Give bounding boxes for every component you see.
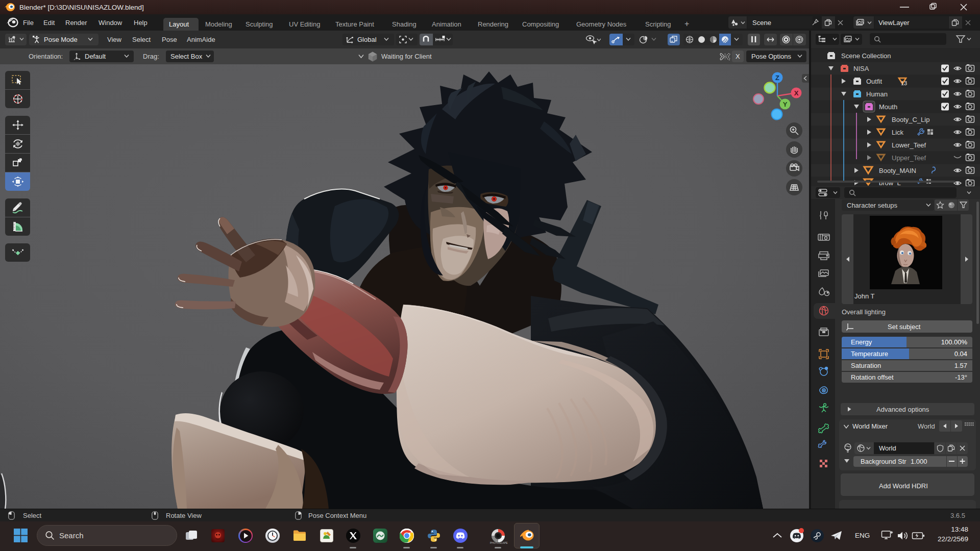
svg-text:Lick: Lick — [892, 129, 904, 136]
svg-text:Scene Collection: Scene Collection — [841, 52, 891, 60]
svg-text:Human: Human — [866, 90, 888, 98]
svg-text:13: 13 — [901, 80, 907, 86]
svg-text:Mouth: Mouth — [879, 103, 897, 111]
svg-text:NISA: NISA — [853, 65, 869, 72]
svg-text:Booty_C_Lip: Booty_C_Lip — [892, 116, 929, 123]
svg-text:Booty_MAIN: Booty_MAIN — [879, 167, 916, 174]
svg-text:Lower_Teef: Lower_Teef — [892, 141, 926, 149]
svg-text:Z: Z — [775, 74, 779, 82]
svg-text:Y: Y — [783, 101, 788, 108]
svg-text:X: X — [794, 89, 799, 97]
svg-text:Upper_Teef: Upper_Teef — [892, 154, 926, 162]
svg-text:brow_L: brow_L — [879, 179, 901, 187]
svg-text:Outfit: Outfit — [866, 78, 882, 85]
